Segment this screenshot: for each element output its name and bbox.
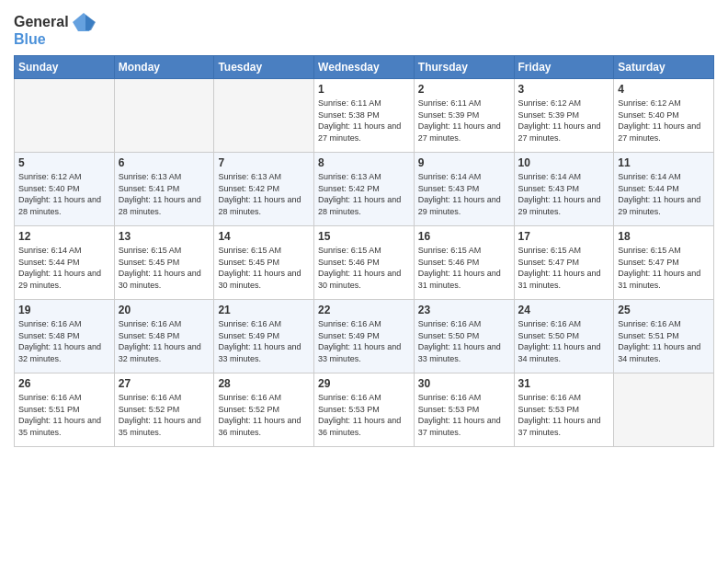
- calendar-cell: 27Sunrise: 6:16 AMSunset: 5:52 PMDayligh…: [114, 373, 214, 447]
- day-info: Sunrise: 6:16 AMSunset: 5:48 PMDaylight:…: [119, 318, 210, 364]
- day-header-thursday: Thursday: [414, 56, 514, 79]
- day-info: Sunrise: 6:15 AMSunset: 5:47 PMDaylight:…: [518, 245, 610, 291]
- day-number: 17: [518, 230, 610, 243]
- calendar-cell: 4Sunrise: 6:12 AMSunset: 5:40 PMDaylight…: [614, 79, 714, 153]
- day-info: Sunrise: 6:13 AMSunset: 5:42 PMDaylight:…: [218, 171, 310, 217]
- day-number: 16: [418, 230, 510, 243]
- day-header-monday: Monday: [114, 56, 214, 79]
- logo: General Blue: [14, 9, 97, 48]
- calendar-cell: 12Sunrise: 6:14 AMSunset: 5:44 PMDayligh…: [15, 226, 115, 300]
- header: General Blue: [14, 9, 714, 48]
- calendar-cell: 10Sunrise: 6:14 AMSunset: 5:43 PMDayligh…: [514, 153, 614, 226]
- day-info: Sunrise: 6:15 AMSunset: 5:47 PMDaylight:…: [618, 245, 710, 291]
- day-number: 19: [18, 304, 110, 316]
- calendar-cell: 9Sunrise: 6:14 AMSunset: 5:43 PMDaylight…: [414, 153, 514, 226]
- day-info: Sunrise: 6:14 AMSunset: 5:44 PMDaylight:…: [618, 171, 710, 217]
- calendar-week-3: 19Sunrise: 6:16 AMSunset: 5:48 PMDayligh…: [15, 300, 714, 373]
- day-info: Sunrise: 6:15 AMSunset: 5:45 PMDaylight:…: [119, 245, 210, 291]
- calendar-cell: 13Sunrise: 6:15 AMSunset: 5:45 PMDayligh…: [114, 226, 214, 300]
- logo-icon: [71, 9, 97, 35]
- day-number: 12: [18, 230, 110, 243]
- day-info: Sunrise: 6:13 AMSunset: 5:41 PMDaylight:…: [119, 171, 210, 217]
- day-number: 28: [218, 377, 310, 390]
- calendar-week-1: 5Sunrise: 6:12 AMSunset: 5:40 PMDaylight…: [15, 153, 714, 226]
- day-number: 13: [119, 230, 210, 243]
- calendar-cell: 7Sunrise: 6:13 AMSunset: 5:42 PMDaylight…: [214, 153, 314, 226]
- calendar-cell: 25Sunrise: 6:16 AMSunset: 5:51 PMDayligh…: [614, 300, 714, 373]
- day-info: Sunrise: 6:16 AMSunset: 5:52 PMDaylight:…: [218, 392, 310, 438]
- day-info: Sunrise: 6:11 AMSunset: 5:38 PMDaylight:…: [318, 98, 410, 144]
- calendar-cell: 8Sunrise: 6:13 AMSunset: 5:42 PMDaylight…: [314, 153, 415, 226]
- calendar-cell: 28Sunrise: 6:16 AMSunset: 5:52 PMDayligh…: [214, 373, 314, 447]
- day-info: Sunrise: 6:11 AMSunset: 5:39 PMDaylight:…: [418, 98, 510, 144]
- day-number: 1: [318, 83, 410, 96]
- day-header-saturday: Saturday: [614, 56, 714, 79]
- day-number: 2: [418, 83, 510, 96]
- calendar-cell: 26Sunrise: 6:16 AMSunset: 5:51 PMDayligh…: [15, 373, 115, 447]
- day-info: Sunrise: 6:16 AMSunset: 5:51 PMDaylight:…: [618, 318, 710, 364]
- page: General Blue SundayMondayTuesdayWednesda…: [0, 0, 728, 563]
- calendar-cell: 17Sunrise: 6:15 AMSunset: 5:47 PMDayligh…: [514, 226, 614, 300]
- calendar-cell: 21Sunrise: 6:16 AMSunset: 5:49 PMDayligh…: [214, 300, 314, 373]
- calendar-week-4: 26Sunrise: 6:16 AMSunset: 5:51 PMDayligh…: [15, 373, 714, 447]
- day-number: 7: [218, 156, 310, 169]
- calendar-cell: 18Sunrise: 6:15 AMSunset: 5:47 PMDayligh…: [614, 226, 714, 300]
- day-info: Sunrise: 6:14 AMSunset: 5:44 PMDaylight:…: [18, 245, 110, 291]
- calendar: SundayMondayTuesdayWednesdayThursdayFrid…: [14, 55, 714, 447]
- day-number: 24: [518, 304, 610, 316]
- calendar-cell: 11Sunrise: 6:14 AMSunset: 5:44 PMDayligh…: [614, 153, 714, 226]
- day-info: Sunrise: 6:14 AMSunset: 5:43 PMDaylight:…: [418, 171, 510, 217]
- day-header-friday: Friday: [514, 56, 614, 79]
- day-info: Sunrise: 6:15 AMSunset: 5:46 PMDaylight:…: [318, 245, 410, 291]
- calendar-cell: 19Sunrise: 6:16 AMSunset: 5:48 PMDayligh…: [15, 300, 115, 373]
- day-number: 4: [618, 83, 710, 96]
- calendar-cell: 16Sunrise: 6:15 AMSunset: 5:46 PMDayligh…: [414, 226, 514, 300]
- day-info: Sunrise: 6:13 AMSunset: 5:42 PMDaylight:…: [318, 171, 410, 217]
- day-info: Sunrise: 6:15 AMSunset: 5:46 PMDaylight:…: [418, 245, 510, 291]
- day-number: 29: [318, 377, 410, 390]
- day-number: 6: [119, 156, 210, 169]
- day-number: 15: [318, 230, 410, 243]
- day-info: Sunrise: 6:16 AMSunset: 5:49 PMDaylight:…: [318, 318, 410, 364]
- calendar-cell: [15, 79, 115, 153]
- calendar-cell: 30Sunrise: 6:16 AMSunset: 5:53 PMDayligh…: [414, 373, 514, 447]
- day-info: Sunrise: 6:16 AMSunset: 5:51 PMDaylight:…: [18, 392, 110, 438]
- day-info: Sunrise: 6:16 AMSunset: 5:50 PMDaylight:…: [418, 318, 510, 364]
- calendar-cell: [114, 79, 214, 153]
- day-number: 18: [618, 230, 710, 243]
- calendar-cell: 1Sunrise: 6:11 AMSunset: 5:38 PMDaylight…: [314, 79, 415, 153]
- day-number: 9: [418, 156, 510, 169]
- day-number: 22: [318, 304, 410, 316]
- calendar-header-row: SundayMondayTuesdayWednesdayThursdayFrid…: [15, 56, 714, 79]
- calendar-cell: 3Sunrise: 6:12 AMSunset: 5:39 PMDaylight…: [514, 79, 614, 153]
- calendar-cell: 31Sunrise: 6:16 AMSunset: 5:53 PMDayligh…: [514, 373, 614, 447]
- calendar-cell: 29Sunrise: 6:16 AMSunset: 5:53 PMDayligh…: [314, 373, 415, 447]
- day-info: Sunrise: 6:15 AMSunset: 5:45 PMDaylight:…: [218, 245, 310, 291]
- calendar-cell: 14Sunrise: 6:15 AMSunset: 5:45 PMDayligh…: [214, 226, 314, 300]
- day-header-wednesday: Wednesday: [314, 56, 415, 79]
- day-number: 20: [119, 304, 210, 316]
- calendar-cell: 20Sunrise: 6:16 AMSunset: 5:48 PMDayligh…: [114, 300, 214, 373]
- day-number: 14: [218, 230, 310, 243]
- calendar-cell: 6Sunrise: 6:13 AMSunset: 5:41 PMDaylight…: [114, 153, 214, 226]
- calendar-week-2: 12Sunrise: 6:14 AMSunset: 5:44 PMDayligh…: [15, 226, 714, 300]
- calendar-cell: 5Sunrise: 6:12 AMSunset: 5:40 PMDaylight…: [15, 153, 115, 226]
- day-info: Sunrise: 6:12 AMSunset: 5:40 PMDaylight:…: [18, 171, 110, 217]
- day-info: Sunrise: 6:16 AMSunset: 5:53 PMDaylight:…: [418, 392, 510, 438]
- day-header-sunday: Sunday: [15, 56, 115, 79]
- day-number: 27: [119, 377, 210, 390]
- day-number: 30: [418, 377, 510, 390]
- calendar-week-0: 1Sunrise: 6:11 AMSunset: 5:38 PMDaylight…: [15, 79, 714, 153]
- calendar-cell: 22Sunrise: 6:16 AMSunset: 5:49 PMDayligh…: [314, 300, 415, 373]
- day-info: Sunrise: 6:16 AMSunset: 5:48 PMDaylight:…: [18, 318, 110, 364]
- day-number: 25: [618, 304, 710, 316]
- calendar-cell: 15Sunrise: 6:15 AMSunset: 5:46 PMDayligh…: [314, 226, 415, 300]
- day-number: 10: [518, 156, 610, 169]
- day-info: Sunrise: 6:16 AMSunset: 5:49 PMDaylight:…: [218, 318, 310, 364]
- day-info: Sunrise: 6:16 AMSunset: 5:53 PMDaylight:…: [318, 392, 410, 438]
- day-number: 5: [18, 156, 110, 169]
- day-header-tuesday: Tuesday: [214, 56, 314, 79]
- logo-text: General: [14, 14, 69, 30]
- day-number: 23: [418, 304, 510, 316]
- day-info: Sunrise: 6:16 AMSunset: 5:53 PMDaylight:…: [518, 392, 610, 438]
